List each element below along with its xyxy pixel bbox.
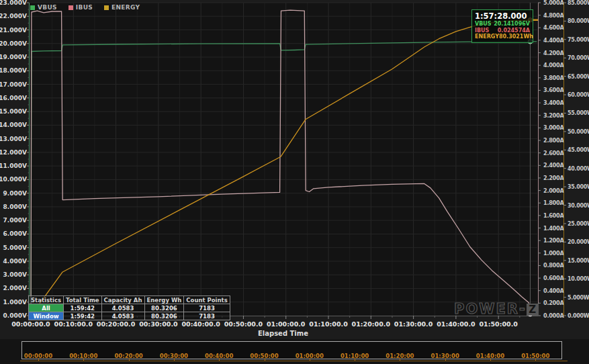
svg-text:2.000A: 2.000A — [543, 187, 564, 194]
timeline-tick — [490, 358, 491, 361]
timeline-tick — [219, 358, 220, 361]
stats-cell: 4.0583 — [101, 304, 144, 312]
stats-cell: 80.3206 — [144, 304, 184, 312]
x-axis-title: Elapsed Time — [258, 330, 308, 337]
stats-header-cell: Energy Wh — [144, 296, 184, 304]
grid — [29, 3, 537, 316]
legend-item-ibus[interactable]: IBUS — [69, 4, 93, 11]
legend-swatch-icon — [69, 5, 73, 10]
svg-text:50.000Wh: 50.000Wh — [568, 129, 589, 135]
cursor-row-value: 0.024574A — [498, 28, 530, 34]
ibus-line — [31, 10, 537, 316]
powerz-watermark: POWER-Z — [454, 301, 539, 317]
chart-legend: VBUSIBUSENERGY — [30, 4, 140, 11]
stats-row-name: All — [29, 304, 64, 312]
stats-cell: 7183 — [184, 304, 230, 312]
svg-text:0.000Wh: 0.000Wh — [568, 313, 589, 319]
stats-cell: 7183 — [184, 312, 230, 320]
svg-text:20.000V: 20.000V — [0, 40, 27, 47]
svg-text:35.000Wh: 35.000Wh — [568, 184, 589, 190]
svg-text:1.800A: 1.800A — [543, 199, 564, 206]
svg-text:16.000V: 16.000V — [0, 95, 27, 101]
legend-item-energy[interactable]: ENERGY — [104, 4, 140, 11]
svg-text:80.000Wh: 80.000Wh — [568, 18, 589, 24]
svg-text:4.200A: 4.200A — [543, 50, 564, 56]
svg-text:3.000V: 3.000V — [3, 271, 27, 278]
svg-text:15.000Wh: 15.000Wh — [568, 258, 589, 264]
svg-text:0.600A: 0.600A — [543, 275, 564, 281]
chart-canvas[interactable]: 0.000V1.000V2.000V3.000V4.000V5.000V6.00… — [0, 0, 589, 339]
svg-text:3.600A: 3.600A — [543, 87, 564, 93]
svg-text:5.000V: 5.000V — [3, 244, 27, 251]
svg-text:85.000Wh: 85.000Wh — [568, 0, 589, 6]
svg-text:13.000V: 13.000V — [0, 136, 27, 142]
x-tick-label: 00:20:00.0 — [97, 320, 136, 328]
svg-text:8.000V: 8.000V — [3, 203, 27, 210]
timeline-tick — [400, 358, 400, 361]
svg-text:5.000A: 5.000A — [543, 0, 564, 6]
timeline-tick — [129, 358, 130, 361]
svg-text:20.000Wh: 20.000Wh — [568, 239, 589, 245]
watermark-text: POWER- — [454, 301, 527, 317]
svg-text:4.000A: 4.000A — [543, 62, 564, 69]
energy-axis: 0.000Wh5.000Wh10.000Wh15.000Wh20.000Wh25… — [563, 0, 589, 319]
svg-text:25.000Wh: 25.000Wh — [568, 221, 589, 227]
cursor-time: 1:57:28.000 — [475, 11, 530, 21]
x-tick-label: 01:20:00.0 — [352, 320, 391, 328]
svg-text:0.000V: 0.000V — [3, 312, 27, 319]
timeline-tick — [174, 358, 175, 361]
legend-swatch-icon — [30, 5, 35, 10]
energy-line — [31, 20, 537, 316]
cursor-row-label: VBUS — [475, 21, 492, 28]
cursor-row-label: IBUS — [475, 28, 489, 34]
x-tick-label: 00:00:00.0 — [11, 320, 50, 328]
x-tick-label: 01:30:00.0 — [394, 320, 433, 328]
svg-text:0.400A: 0.400A — [543, 287, 564, 294]
svg-text:2.800A: 2.800A — [543, 137, 564, 144]
stats-header-cell: Count Points — [184, 296, 230, 304]
svg-text:1.000A: 1.000A — [543, 250, 564, 257]
svg-text:4.000V: 4.000V — [3, 258, 27, 265]
stats-cell: 4.0583 — [101, 312, 144, 320]
timeline-tick — [310, 358, 310, 361]
svg-text:18.000V: 18.000V — [0, 67, 27, 74]
svg-text:55.000Wh: 55.000Wh — [568, 110, 589, 116]
cursor-row-label: ENERGY — [475, 34, 499, 40]
svg-text:0.000A: 0.000A — [543, 312, 564, 319]
timeline-tick — [38, 358, 39, 361]
legend-item-vbus[interactable]: VBUS — [30, 4, 57, 11]
svg-text:11.000V: 11.000V — [0, 163, 27, 169]
timeline-tick — [265, 358, 265, 361]
svg-text:1.000V: 1.000V — [3, 299, 27, 306]
svg-text:10.000Wh: 10.000Wh — [568, 276, 589, 282]
x-tick-label: 00:50:00.0 — [224, 320, 263, 328]
svg-text:70.000Wh: 70.000Wh — [568, 55, 589, 61]
cursor-tooltip: 1:57:28.000 VBUS20.141096VIBUS0.024574AE… — [471, 9, 533, 43]
timeline-tick — [445, 358, 446, 361]
svg-text:10.000V: 10.000V — [0, 176, 27, 183]
svg-text:65.000Wh: 65.000Wh — [568, 74, 589, 80]
cursor-crosshair[interactable] — [528, 3, 538, 316]
svg-text:60.000Wh: 60.000Wh — [568, 92, 589, 98]
timeline-tick — [535, 358, 536, 361]
voltage-axis: 0.000V1.000V2.000V3.000V4.000V5.000V6.00… — [0, 0, 30, 319]
svg-text:22.000V: 22.000V — [0, 13, 27, 19]
stats-row-window: Window1:59:424.058380.32067183 — [29, 312, 230, 320]
stats-cell: 80.3206 — [144, 312, 184, 320]
svg-text:3.400A: 3.400A — [543, 99, 564, 106]
x-tick-label: 00:30:00.0 — [139, 320, 178, 328]
stats-row-all: All1:59:424.058380.32067183 — [29, 304, 230, 312]
svg-text:2.000V: 2.000V — [3, 285, 27, 291]
legend-swatch-icon — [104, 5, 109, 10]
powerz-recorder-screen: POWER-Z 0.000V1.000V2.000V3.000V4.000V5.… — [0, 0, 589, 364]
svg-text:14.000V: 14.000V — [0, 122, 27, 128]
cursor-row-value: 80.3021Wh — [499, 34, 533, 40]
svg-text:4.400A: 4.400A — [543, 37, 564, 44]
current-axis: 0.000A0.200A0.400A0.600A0.800A1.000A1.20… — [538, 0, 564, 319]
svg-text:15.000V: 15.000V — [0, 108, 27, 115]
svg-text:6.000V: 6.000V — [3, 230, 27, 237]
stats-row-name: Window — [29, 312, 64, 320]
svg-text:40.000Wh: 40.000Wh — [568, 166, 589, 172]
stats-header-row: StatisticsTotal TimeCapacity AhEnergy Wh… — [29, 296, 230, 304]
svg-text:19.000V: 19.000V — [0, 54, 27, 60]
